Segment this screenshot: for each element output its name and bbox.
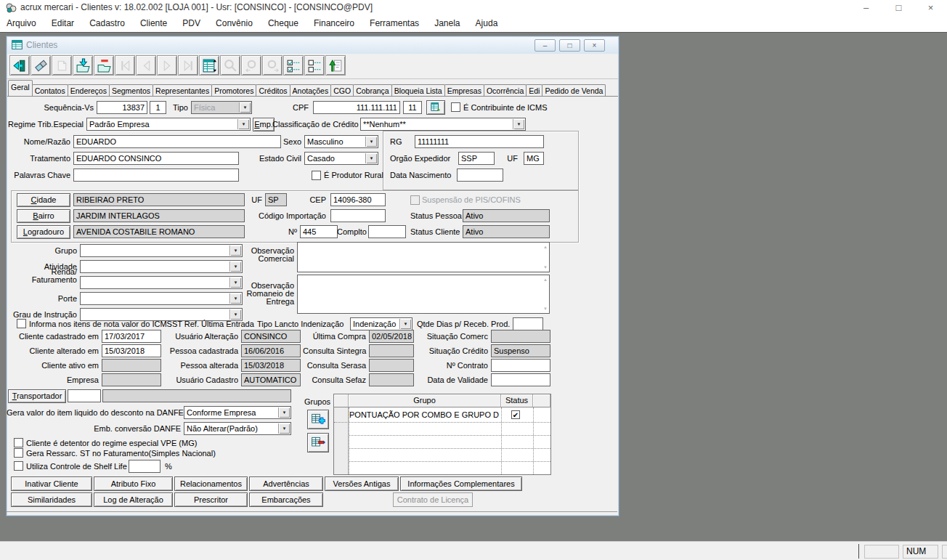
palavras-chave-input[interactable]	[73, 169, 239, 182]
grupos-add-button[interactable]	[307, 410, 329, 429]
tipo-lancto-dropdown[interactable]: Indenização▼	[350, 317, 412, 330]
sequencia2-input[interactable]	[150, 101, 166, 114]
tab-segmentos[interactable]: Segmentos	[109, 84, 153, 96]
tab-enderecos[interactable]: Endereços	[68, 84, 110, 96]
grid-view-button[interactable]	[199, 55, 219, 76]
cod-importacao-input[interactable]	[330, 209, 386, 222]
porte-dropdown[interactable]: ▼	[80, 292, 243, 305]
cep-input[interactable]	[330, 193, 386, 206]
num-contrato-input[interactable]	[491, 359, 550, 372]
complto-input[interactable]	[368, 225, 406, 238]
grupos-row-selector[interactable]	[334, 407, 349, 423]
rg-input[interactable]	[415, 135, 544, 148]
numero-input[interactable]	[300, 225, 338, 238]
cpf-digit-input[interactable]	[403, 101, 422, 114]
orgao-expedidor-input[interactable]	[458, 152, 495, 165]
menu-editar[interactable]: Editar	[45, 15, 81, 32]
tratamento-input[interactable]	[73, 152, 239, 165]
tab-edi[interactable]: Edi	[526, 84, 542, 96]
classificacao-dropdown[interactable]: **Nenhum**▼	[360, 118, 526, 131]
danfe-desconto-dropdown[interactable]: Conforme Empresa▼	[184, 406, 291, 419]
restore-button[interactable]: □	[882, 0, 915, 15]
child-restore-button[interactable]: □	[559, 39, 580, 52]
menu-arquivo[interactable]: Arquivo	[0, 15, 43, 32]
grupos-row-status-checkbox[interactable]: ✔	[511, 410, 520, 419]
advertencias-button[interactable]: Advertências	[249, 476, 323, 491]
num-contrato-label: Nº Contrato	[410, 359, 488, 372]
atributo-fixo-button[interactable]: Atributo Fixo	[94, 476, 173, 491]
emp-button[interactable]: Emp.	[253, 118, 275, 131]
cidade-button[interactable]: Cidade	[17, 193, 70, 207]
grupos-remove-button[interactable]	[307, 433, 329, 453]
informacoes-complementares-button[interactable]: Informações Complementares	[400, 476, 522, 491]
check-all-button[interactable]	[283, 55, 304, 76]
transportador-button[interactable]: Transportador	[8, 389, 66, 403]
tab-cobranca[interactable]: Cobrança	[353, 84, 392, 96]
shelf-life-input[interactable]	[129, 460, 160, 473]
submit-form-button[interactable]	[325, 55, 346, 76]
uncheck-all-button[interactable]	[304, 55, 325, 76]
menu-pdv[interactable]: PDV	[176, 15, 207, 32]
minimize-button[interactable]: –	[850, 0, 882, 15]
cpf-lookup-button[interactable]	[426, 100, 445, 115]
tab-geral[interactable]: Geral	[8, 80, 33, 96]
qtde-dias-input[interactable]	[513, 317, 543, 330]
obs-comercial-textarea[interactable]: ▲▼	[297, 242, 550, 272]
child-close-button[interactable]: ×	[584, 39, 605, 52]
shelf-life-checkbox[interactable]	[14, 461, 23, 471]
contribuinte-icms-checkbox[interactable]	[451, 102, 460, 112]
transportador-code-input[interactable]	[68, 389, 101, 402]
tab-creditos[interactable]: Créditos	[256, 84, 290, 96]
log-de-alteracao-button[interactable]: Log de Alteração	[94, 492, 173, 507]
menu-convenio[interactable]: Convênio	[209, 15, 259, 32]
renda-dropdown[interactable]: ▼	[80, 276, 243, 289]
sequencia-input[interactable]	[97, 101, 147, 114]
logradouro-button[interactable]: Logradouro	[17, 225, 70, 239]
estado-civil-dropdown[interactable]: Casado▼	[304, 152, 378, 165]
obs-romaneio-textarea[interactable]: ▲▼	[297, 275, 550, 314]
grupo-dropdown[interactable]: ▼	[80, 244, 243, 257]
menu-cliente[interactable]: Cliente	[134, 15, 174, 32]
tab-promotores[interactable]: Promotores	[211, 84, 256, 96]
tab-contatos[interactable]: Contatos	[32, 84, 68, 96]
exit-button[interactable]	[9, 55, 30, 76]
menu-ferramentas[interactable]: Ferramentas	[363, 15, 426, 32]
menu-financeiro[interactable]: Financeiro	[307, 15, 361, 32]
cpf-input[interactable]	[313, 101, 400, 114]
data-nascimento-input[interactable]	[457, 169, 503, 182]
tab-empresas[interactable]: Empresas	[444, 84, 484, 96]
tab-pedido-de-venda[interactable]: Pedido de Venda	[542, 84, 606, 96]
ressarc-checkbox[interactable]	[14, 448, 23, 458]
regime-dropdown[interactable]: Padrão Empresa▼	[86, 118, 251, 131]
danfe-conversao-dropdown[interactable]: Não Alterar(Padrão)▼	[184, 422, 291, 435]
vpe-checkbox[interactable]	[14, 438, 23, 447]
grupos-row-grupo-cell[interactable]: PONTUAÇÃO POR COMBO E GRUPO D	[349, 407, 500, 423]
child-minimize-button[interactable]: –	[535, 39, 556, 52]
tab-ocorrencia[interactable]: Ocorrência	[484, 84, 527, 96]
sexo-dropdown[interactable]: Masculino▼	[304, 135, 378, 148]
inativar-cliente-button[interactable]: Inativar Cliente	[11, 476, 92, 491]
versoes-antigas-button[interactable]: Versões Antigas	[325, 476, 399, 491]
icmsst-checkbox[interactable]	[17, 319, 26, 328]
menu-cheque[interactable]: Cheque	[261, 15, 305, 32]
menu-ajuda[interactable]: Ajuda	[469, 15, 505, 32]
close-button[interactable]: ×	[914, 0, 947, 15]
uf-rg-input[interactable]	[524, 152, 544, 165]
menu-janela[interactable]: Janela	[428, 15, 466, 32]
tab-representantes[interactable]: Representantes	[153, 84, 212, 96]
menu-cadastro[interactable]: Cadastro	[83, 15, 131, 32]
tab-cgo[interactable]: CGO	[330, 84, 354, 96]
data-validade-input[interactable]	[491, 373, 550, 386]
similaridades-button[interactable]: Similaridades	[11, 492, 92, 507]
save-record-button[interactable]	[73, 55, 93, 76]
produtor-rural-checkbox[interactable]	[312, 171, 321, 180]
erase-button[interactable]	[31, 55, 51, 76]
embarcacoes-button[interactable]: Embarcações	[249, 492, 323, 507]
relacionamentos-button[interactable]: Relacionamentos	[174, 476, 248, 491]
atividade-dropdown[interactable]: ▼	[80, 260, 243, 273]
prescritor-button[interactable]: Prescritor	[174, 492, 248, 507]
tab-anotacoes[interactable]: Anotações	[290, 84, 332, 96]
cancel-record-button[interactable]	[94, 55, 114, 76]
tab-bloqueia-lista[interactable]: Bloqueia Lista	[391, 84, 445, 96]
bairro-button[interactable]: Bairro	[17, 209, 70, 223]
